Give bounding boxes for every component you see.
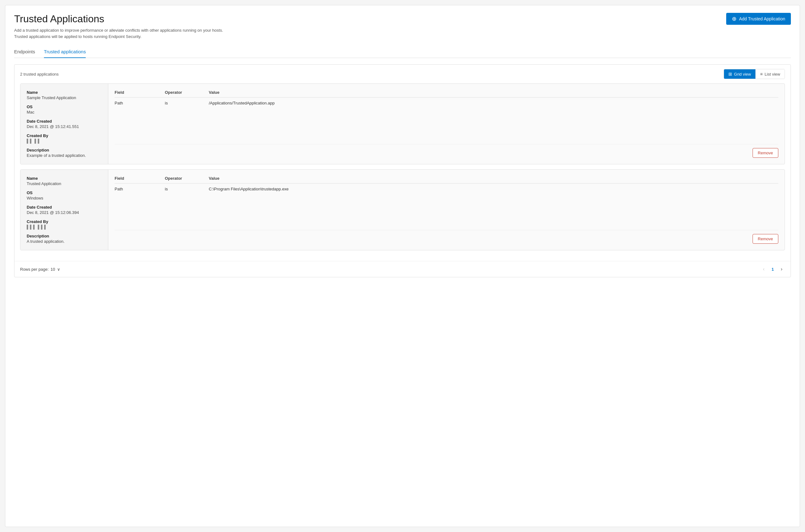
grid-view-label: Grid view bbox=[734, 72, 751, 77]
desc-value-2: A trusted application. bbox=[27, 239, 102, 244]
name-value-1: Sample Trusted Application bbox=[27, 95, 102, 100]
current-page: 1 bbox=[769, 266, 776, 273]
desc-label-1: Description bbox=[27, 148, 102, 152]
os-label-2: OS bbox=[27, 190, 102, 195]
date-value-2: Dec 8, 2021 @ 15:12:06.394 bbox=[27, 210, 102, 215]
meta-os-row-2: OS Windows bbox=[27, 190, 102, 201]
condition-row-1: Path is /Applications/TrustedApplication… bbox=[115, 98, 778, 144]
meta-name-row-2: Name Trusted Application bbox=[27, 176, 102, 186]
remove-button-2[interactable]: Remove bbox=[753, 234, 778, 244]
name-value-2: Trusted Application bbox=[27, 181, 102, 186]
condition-value-1: /Applications/TrustedApplication.app bbox=[209, 98, 778, 144]
meta-os-row-1: OS Mac bbox=[27, 104, 102, 114]
desc-label-2: Description bbox=[27, 234, 102, 239]
meta-date-row-2: Date Created Dec 8, 2021 @ 15:12:06.394 bbox=[27, 205, 102, 215]
apps-list: Name Sample Trusted Application OS Mac D… bbox=[15, 83, 790, 261]
pagination-bar: Rows per page: 10 ∨ ‹ 1 › bbox=[15, 261, 790, 277]
grid-view-button[interactable]: ⊞ Grid view bbox=[724, 69, 755, 79]
list-icon: ≡ bbox=[760, 72, 763, 77]
condition-operator-2: is bbox=[165, 184, 209, 230]
app-details-2: Field Operator Value Path is C:\Program … bbox=[108, 170, 785, 250]
condition-field-1: Path bbox=[115, 98, 165, 144]
field-col-header-1: Field bbox=[115, 90, 165, 98]
page-wrapper: Trusted Applications Add a trusted appli… bbox=[5, 5, 800, 527]
createdby-label-1: Created By bbox=[27, 133, 102, 138]
operator-col-header-2: Operator bbox=[165, 176, 209, 184]
app-meta-2: Name Trusted Application OS Windows Date… bbox=[20, 170, 108, 250]
app-card-1: Name Sample Trusted Application OS Mac D… bbox=[20, 83, 785, 164]
field-col-header-2: Field bbox=[115, 176, 165, 184]
list-view-label: List view bbox=[765, 72, 780, 77]
os-value-2: Windows bbox=[27, 196, 102, 201]
app-card-footer-1: Remove bbox=[115, 148, 778, 158]
condition-value-2: C:\Program Files\Application\trustedapp.… bbox=[209, 184, 778, 230]
createdby-label-2: Created By bbox=[27, 219, 102, 224]
app-count: 2 trusted applications bbox=[20, 72, 59, 77]
app-details-1: Field Operator Value Path is /Applicatio… bbox=[108, 84, 785, 164]
name-label-1: Name bbox=[27, 90, 102, 95]
page-title: Trusted Applications bbox=[14, 13, 726, 25]
app-meta-1: Name Sample Trusted Application OS Mac D… bbox=[20, 84, 108, 164]
os-value-1: Mac bbox=[27, 110, 102, 114]
tab-endpoints[interactable]: Endpoints bbox=[14, 46, 35, 58]
meta-desc-row-1: Description Example of a trusted applica… bbox=[27, 148, 102, 158]
desc-value-1: Example of a trusted application. bbox=[27, 153, 102, 158]
condition-field-2: Path bbox=[115, 184, 165, 230]
operator-col-header-1: Operator bbox=[165, 90, 209, 98]
value-col-header-1: Value bbox=[209, 90, 778, 98]
grid-icon: ⊞ bbox=[728, 72, 732, 77]
content-area: 2 trusted applications ⊞ Grid view ≡ Lis… bbox=[14, 64, 791, 277]
meta-name-row-1: Name Sample Trusted Application bbox=[27, 90, 102, 100]
rows-per-page-label: Rows per page: bbox=[20, 267, 49, 272]
app-card-2: Name Trusted Application OS Windows Date… bbox=[20, 169, 785, 250]
condition-operator-1: is bbox=[165, 98, 209, 144]
next-page-button[interactable]: › bbox=[778, 265, 785, 273]
date-value-1: Dec 8, 2021 @ 15:12:41.551 bbox=[27, 124, 102, 129]
createdby-value-2: ▌▌▌ ▌▌▌ bbox=[27, 225, 102, 229]
date-label-2: Date Created bbox=[27, 205, 102, 210]
rows-per-page[interactable]: Rows per page: 10 ∨ bbox=[20, 267, 60, 272]
view-toggle: ⊞ Grid view ≡ List view bbox=[724, 69, 785, 79]
tabs-bar: Endpoints Trusted applications bbox=[14, 46, 791, 58]
page-header: Trusted Applications Add a trusted appli… bbox=[14, 13, 791, 39]
conditions-table-2: Field Operator Value Path is C:\Program … bbox=[115, 176, 778, 230]
condition-row-2: Path is C:\Program Files\Application\tru… bbox=[115, 184, 778, 230]
add-trusted-application-button[interactable]: ⊕ Add Trusted Application bbox=[726, 13, 791, 25]
meta-date-row-1: Date Created Dec 8, 2021 @ 15:12:41.551 bbox=[27, 119, 102, 129]
content-toolbar: 2 trusted applications ⊞ Grid view ≡ Lis… bbox=[15, 64, 790, 83]
pagination-controls: ‹ 1 › bbox=[761, 265, 785, 273]
meta-desc-row-2: Description A trusted application. bbox=[27, 234, 102, 244]
tab-trusted-applications[interactable]: Trusted applications bbox=[44, 46, 86, 58]
os-label-1: OS bbox=[27, 104, 102, 109]
page-title-section: Trusted Applications Add a trusted appli… bbox=[14, 13, 726, 39]
createdby-value-1: ▌▌ ▌▌ bbox=[27, 139, 102, 144]
remove-button-1[interactable]: Remove bbox=[753, 148, 778, 158]
conditions-table-1: Field Operator Value Path is /Applicatio… bbox=[115, 90, 778, 144]
meta-createdby-row-2: Created By ▌▌▌ ▌▌▌ bbox=[27, 219, 102, 229]
date-label-1: Date Created bbox=[27, 119, 102, 124]
prev-page-button[interactable]: ‹ bbox=[761, 265, 767, 273]
value-col-header-2: Value bbox=[209, 176, 778, 184]
chevron-down-icon: ∨ bbox=[57, 267, 60, 272]
list-view-button[interactable]: ≡ List view bbox=[755, 69, 785, 79]
rows-per-page-value: 10 bbox=[51, 267, 55, 272]
meta-createdby-row-1: Created By ▌▌ ▌▌ bbox=[27, 133, 102, 144]
add-icon: ⊕ bbox=[732, 16, 736, 22]
add-button-label: Add Trusted Application bbox=[739, 16, 785, 21]
page-description: Add a trusted application to improve per… bbox=[14, 27, 227, 39]
app-card-footer-2: Remove bbox=[115, 234, 778, 244]
name-label-2: Name bbox=[27, 176, 102, 181]
